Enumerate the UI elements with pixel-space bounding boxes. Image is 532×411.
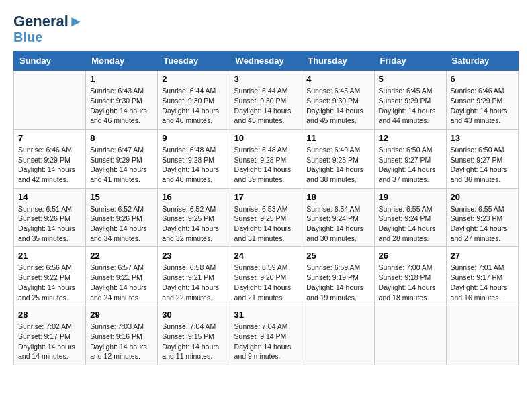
calendar-table: SundayMondayTuesdayWednesdayThursdayFrid…: [13, 51, 519, 365]
day-number: 23: [162, 250, 225, 261]
day-number: 9: [162, 133, 225, 143]
day-number: 8: [90, 133, 153, 143]
day-cell: 17Sunrise: 6:53 AMSunset: 9:25 PMDayligh…: [230, 188, 302, 247]
day-cell: 31Sunrise: 7:04 AMSunset: 9:14 PMDayligh…: [230, 306, 302, 365]
day-number: 20: [451, 192, 514, 202]
day-cell: 5Sunrise: 6:45 AMSunset: 9:29 PMDaylight…: [374, 71, 446, 130]
day-info: Sunrise: 7:03 AMSunset: 9:16 PMDaylight:…: [90, 322, 153, 361]
header-row: SundayMondayTuesdayWednesdayThursdayFrid…: [14, 52, 519, 71]
day-cell: [446, 306, 518, 365]
day-cell: 1Sunrise: 6:43 AMSunset: 9:30 PMDaylight…: [86, 71, 158, 130]
day-number: 27: [451, 250, 514, 261]
day-number: 1: [90, 74, 153, 84]
day-info: Sunrise: 6:55 AMSunset: 9:24 PMDaylight:…: [379, 204, 442, 244]
day-info: Sunrise: 6:49 AMSunset: 9:28 PMDaylight:…: [306, 145, 369, 185]
week-row-3: 14Sunrise: 6:51 AMSunset: 9:26 PMDayligh…: [14, 188, 519, 247]
day-number: 17: [234, 192, 298, 202]
day-cell: [374, 306, 446, 365]
day-info: Sunrise: 7:00 AMSunset: 9:18 PMDaylight:…: [379, 263, 442, 302]
day-number: 28: [18, 310, 81, 320]
col-header-wednesday: Wednesday: [230, 52, 302, 71]
day-number: 3: [234, 74, 298, 84]
day-number: 13: [451, 133, 514, 143]
day-cell: 11Sunrise: 6:49 AMSunset: 9:28 PMDayligh…: [302, 129, 374, 188]
day-cell: [14, 71, 86, 130]
day-info: Sunrise: 6:52 AMSunset: 9:25 PMDaylight:…: [162, 204, 225, 244]
day-info: Sunrise: 6:50 AMSunset: 9:27 PMDaylight:…: [451, 145, 514, 185]
day-info: Sunrise: 6:43 AMSunset: 9:30 PMDaylight:…: [90, 86, 153, 126]
col-header-tuesday: Tuesday: [158, 52, 230, 71]
day-cell: 4Sunrise: 6:45 AMSunset: 9:30 PMDaylight…: [302, 71, 374, 130]
day-info: Sunrise: 6:45 AMSunset: 9:30 PMDaylight:…: [306, 86, 369, 126]
day-cell: 21Sunrise: 6:56 AMSunset: 9:22 PMDayligh…: [14, 247, 86, 306]
day-number: 30: [162, 310, 225, 320]
day-info: Sunrise: 6:51 AMSunset: 9:26 PMDaylight:…: [18, 204, 81, 244]
day-info: Sunrise: 6:48 AMSunset: 9:28 PMDaylight:…: [234, 145, 298, 185]
day-number: 11: [306, 133, 369, 143]
day-cell: 10Sunrise: 6:48 AMSunset: 9:28 PMDayligh…: [230, 129, 302, 188]
day-number: 7: [18, 133, 81, 143]
day-cell: 9Sunrise: 6:48 AMSunset: 9:28 PMDaylight…: [158, 129, 230, 188]
day-cell: 29Sunrise: 7:03 AMSunset: 9:16 PMDayligh…: [86, 306, 158, 365]
day-number: 4: [306, 74, 369, 84]
logo-general: General►: [13, 13, 83, 30]
logo: General► Blue: [13, 13, 83, 44]
day-number: 10: [234, 133, 298, 143]
day-number: 24: [234, 250, 298, 261]
col-header-monday: Monday: [86, 52, 158, 71]
day-info: Sunrise: 7:04 AMSunset: 9:15 PMDaylight:…: [162, 322, 225, 361]
day-cell: 8Sunrise: 6:47 AMSunset: 9:29 PMDaylight…: [86, 129, 158, 188]
day-info: Sunrise: 6:53 AMSunset: 9:25 PMDaylight:…: [234, 204, 298, 244]
week-row-5: 28Sunrise: 7:02 AMSunset: 9:17 PMDayligh…: [14, 306, 519, 365]
day-cell: 6Sunrise: 6:46 AMSunset: 9:29 PMDaylight…: [446, 71, 518, 130]
col-header-sunday: Sunday: [14, 52, 86, 71]
day-cell: 16Sunrise: 6:52 AMSunset: 9:25 PMDayligh…: [158, 188, 230, 247]
day-cell: 18Sunrise: 6:54 AMSunset: 9:24 PMDayligh…: [302, 188, 374, 247]
day-info: Sunrise: 6:48 AMSunset: 9:28 PMDaylight:…: [162, 145, 225, 185]
day-cell: 28Sunrise: 7:02 AMSunset: 9:17 PMDayligh…: [14, 306, 86, 365]
day-info: Sunrise: 6:46 AMSunset: 9:29 PMDaylight:…: [451, 86, 514, 126]
day-info: Sunrise: 6:58 AMSunset: 9:21 PMDaylight:…: [162, 263, 225, 302]
day-info: Sunrise: 6:52 AMSunset: 9:26 PMDaylight:…: [90, 204, 153, 244]
day-number: 26: [379, 250, 442, 261]
day-number: 5: [379, 74, 442, 84]
day-number: 12: [379, 133, 442, 143]
day-info: Sunrise: 6:44 AMSunset: 9:30 PMDaylight:…: [234, 86, 298, 126]
day-cell: [302, 306, 374, 365]
col-header-thursday: Thursday: [302, 52, 374, 71]
day-cell: 20Sunrise: 6:55 AMSunset: 9:23 PMDayligh…: [446, 188, 518, 247]
day-number: 29: [90, 310, 153, 320]
col-header-friday: Friday: [374, 52, 446, 71]
day-cell: 22Sunrise: 6:57 AMSunset: 9:21 PMDayligh…: [86, 247, 158, 306]
day-cell: 19Sunrise: 6:55 AMSunset: 9:24 PMDayligh…: [374, 188, 446, 247]
day-info: Sunrise: 6:44 AMSunset: 9:30 PMDaylight:…: [162, 86, 225, 126]
day-cell: 14Sunrise: 6:51 AMSunset: 9:26 PMDayligh…: [14, 188, 86, 247]
day-cell: 25Sunrise: 6:59 AMSunset: 9:19 PMDayligh…: [302, 247, 374, 306]
day-info: Sunrise: 6:54 AMSunset: 9:24 PMDaylight:…: [306, 204, 369, 244]
day-number: 21: [18, 250, 81, 261]
day-cell: 27Sunrise: 7:01 AMSunset: 9:17 PMDayligh…: [446, 247, 518, 306]
day-cell: 23Sunrise: 6:58 AMSunset: 9:21 PMDayligh…: [158, 247, 230, 306]
day-number: 14: [18, 192, 81, 202]
page-header: General► Blue: [13, 13, 519, 44]
day-info: Sunrise: 6:56 AMSunset: 9:22 PMDaylight:…: [18, 263, 81, 302]
day-number: 16: [162, 192, 225, 202]
day-cell: 2Sunrise: 6:44 AMSunset: 9:30 PMDaylight…: [158, 71, 230, 130]
day-cell: 30Sunrise: 7:04 AMSunset: 9:15 PMDayligh…: [158, 306, 230, 365]
day-cell: 24Sunrise: 6:59 AMSunset: 9:20 PMDayligh…: [230, 247, 302, 306]
week-row-4: 21Sunrise: 6:56 AMSunset: 9:22 PMDayligh…: [14, 247, 519, 306]
week-row-1: 1Sunrise: 6:43 AMSunset: 9:30 PMDaylight…: [14, 71, 519, 130]
day-cell: 26Sunrise: 7:00 AMSunset: 9:18 PMDayligh…: [374, 247, 446, 306]
day-number: 18: [306, 192, 369, 202]
day-cell: 3Sunrise: 6:44 AMSunset: 9:30 PMDaylight…: [230, 71, 302, 130]
day-info: Sunrise: 6:57 AMSunset: 9:21 PMDaylight:…: [90, 263, 153, 302]
day-info: Sunrise: 7:04 AMSunset: 9:14 PMDaylight:…: [234, 322, 298, 361]
day-info: Sunrise: 6:50 AMSunset: 9:27 PMDaylight:…: [379, 145, 442, 185]
day-number: 15: [90, 192, 153, 202]
day-info: Sunrise: 6:46 AMSunset: 9:29 PMDaylight:…: [18, 145, 81, 185]
day-cell: 13Sunrise: 6:50 AMSunset: 9:27 PMDayligh…: [446, 129, 518, 188]
day-info: Sunrise: 6:59 AMSunset: 9:19 PMDaylight:…: [306, 263, 369, 302]
day-number: 31: [234, 310, 298, 320]
day-number: 2: [162, 74, 225, 84]
col-header-saturday: Saturday: [446, 52, 518, 71]
